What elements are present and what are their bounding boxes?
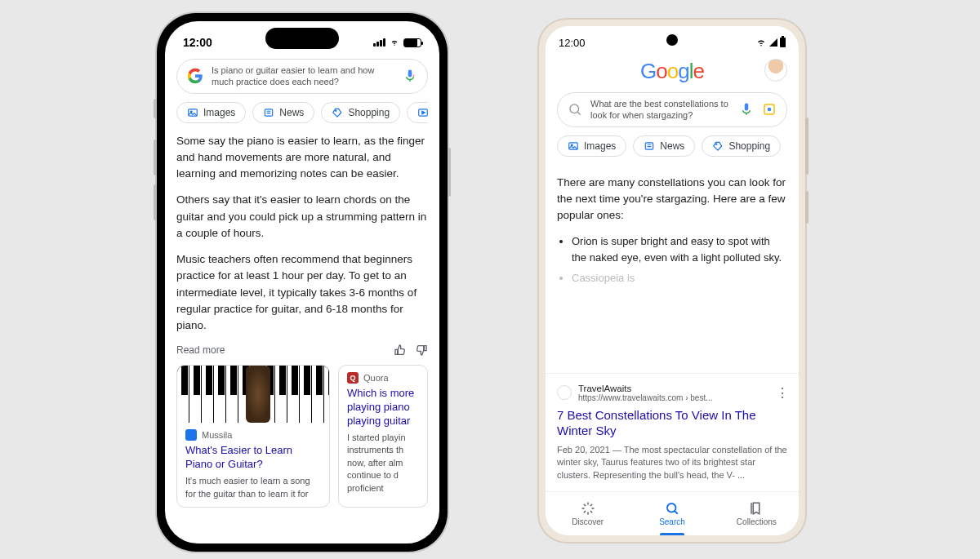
chip-label: Shopping (728, 140, 770, 152)
bottom-nav: Discover Search Collections (546, 491, 799, 535)
front-camera (666, 34, 678, 46)
images-icon (568, 140, 579, 152)
source-card[interactable]: Mussila What's Easier to Learn Piano or … (176, 365, 330, 508)
iphone-side-button (154, 99, 157, 118)
chip-label: Shopping (348, 107, 390, 118)
card-source-name: Mussila (202, 430, 232, 440)
news-icon (644, 140, 655, 152)
search-bar[interactable]: What are the best constellations to look… (557, 92, 787, 127)
wifi-icon (755, 38, 767, 47)
search-query-text: Is piano or guitar easier to learn and h… (212, 64, 394, 88)
search-query-text: What are the best constellations to look… (590, 98, 731, 122)
answer-paragraph: Music teachers often recommend that begi… (176, 251, 428, 334)
ai-answer: There are many constellations you can lo… (557, 175, 787, 286)
discover-icon (581, 501, 595, 516)
search-bar[interactable]: Is piano or guitar easier to learn and h… (176, 59, 428, 94)
favicon: Q (347, 372, 359, 384)
shopping-icon (712, 140, 724, 152)
nav-label: Search (659, 517, 685, 526)
svg-line-21 (675, 511, 678, 514)
filter-chips-row: Images News Shopping Videos (176, 94, 428, 133)
nav-label: Collections (737, 517, 777, 526)
wifi-icon (389, 38, 400, 47)
nav-discover[interactable]: Discover (546, 492, 630, 535)
card-snippet: I started playin instruments th now, aft… (347, 432, 419, 495)
read-more-link[interactable]: Read more (176, 344, 225, 356)
chip-shopping[interactable]: Shopping (321, 102, 400, 123)
lens-icon[interactable] (762, 102, 777, 117)
search-icon (568, 102, 582, 117)
shopping-icon (332, 107, 343, 118)
news-icon (263, 107, 274, 118)
source-cards-row: Mussila What's Easier to Learn Piano or … (176, 365, 428, 508)
chip-videos[interactable]: Videos (407, 102, 428, 123)
android-screen: 12:00 Google What are the best constella… (546, 26, 799, 535)
answer-bullet-faded: Cassiopeia is (572, 270, 787, 286)
iphone-side-button (154, 184, 157, 220)
result-snippet: Feb 20, 2021 — The most spectacular cons… (557, 444, 787, 481)
svg-marker-7 (422, 111, 425, 114)
svg-point-17 (716, 144, 717, 144)
android-side-button (805, 191, 808, 224)
chip-images[interactable]: Images (557, 135, 626, 157)
ai-answer: Some say the piano is easier to learn, a… (176, 133, 428, 335)
signal-icon (373, 38, 385, 47)
iphone-screen: 12:00 Is piano or guitar easier to learn… (165, 21, 439, 543)
chip-news[interactable]: News (633, 135, 695, 157)
svg-point-8 (570, 104, 579, 113)
android-frame: 12:00 Google What are the best constella… (539, 20, 805, 542)
kebab-menu-icon[interactable]: ⋮ (776, 385, 789, 401)
source-card[interactable]: Q Quora Which is more playing piano play… (338, 365, 428, 508)
nav-collections[interactable]: Collections (715, 492, 799, 535)
android-side-button (805, 118, 808, 175)
status-time: 12:00 (183, 36, 212, 49)
answer-bullet: Orion is super bright and easy to spot w… (572, 233, 787, 265)
mic-icon[interactable] (739, 102, 754, 117)
result-title: 7 Best Constellations To View In The Win… (557, 407, 787, 439)
profile-avatar[interactable] (764, 59, 787, 82)
search-icon (665, 501, 679, 516)
thumbs-down-icon[interactable] (415, 344, 428, 357)
chip-label: News (279, 107, 304, 118)
svg-line-9 (577, 112, 581, 115)
nav-label: Discover (572, 517, 604, 526)
chip-shopping[interactable]: Shopping (702, 135, 781, 157)
mic-icon[interactable] (403, 69, 417, 83)
chip-news[interactable]: News (252, 102, 314, 123)
result-url: https://www.travelawaits.com › best... (578, 393, 713, 402)
signal-icon (769, 38, 777, 47)
card-source-name: Quora (363, 373, 389, 383)
chip-label: Images (584, 140, 616, 152)
collections-icon (749, 501, 764, 516)
videos-icon (417, 107, 428, 118)
google-logo: Google (546, 59, 799, 84)
favicon (185, 429, 197, 441)
iphone-side-button (154, 140, 157, 175)
favicon (557, 385, 572, 400)
filter-chips-row: Images News Shopping Videos (557, 127, 787, 166)
google-logo-icon (187, 68, 203, 84)
card-title: Which is more playing piano playing guit… (347, 387, 419, 428)
answer-paragraph: Others say that it's easier to learn cho… (176, 192, 428, 242)
answer-paragraph: Some say the piano is easier to learn, a… (176, 133, 428, 183)
chip-images[interactable]: Images (176, 102, 246, 123)
search-result[interactable]: TravelAwaits https://www.travelawaits.co… (546, 373, 799, 491)
svg-point-5 (336, 110, 336, 111)
battery-icon (403, 38, 421, 47)
card-snippet: It's much easier to learn a song for the… (185, 475, 321, 500)
chip-label: News (660, 140, 684, 152)
card-thumbnail (177, 366, 329, 423)
card-title: What's Easier to Learn Piano or Guitar? (185, 444, 321, 472)
answer-intro: There are many constellations you can lo… (557, 175, 787, 224)
images-icon (187, 107, 198, 118)
svg-point-11 (768, 108, 772, 112)
google-header: Google (546, 52, 799, 92)
dynamic-island (265, 28, 339, 49)
thumbs-up-icon[interactable] (394, 344, 407, 357)
nav-search[interactable]: Search (630, 492, 714, 535)
svg-point-20 (667, 504, 676, 512)
iphone-frame: 12:00 Is piano or guitar easier to learn… (157, 13, 448, 552)
chip-label: Images (203, 107, 235, 118)
battery-icon (780, 38, 786, 47)
result-site-name: TravelAwaits (578, 384, 713, 393)
